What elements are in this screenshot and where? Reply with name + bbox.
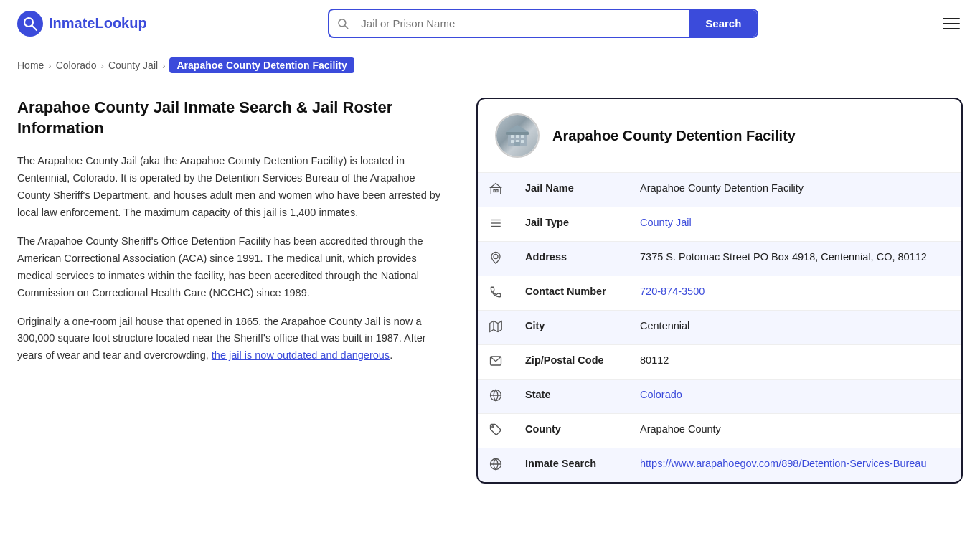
table-row: Jail TypeCounty Jail bbox=[478, 207, 961, 242]
svg-point-0 bbox=[24, 18, 33, 27]
svg-rect-13 bbox=[514, 142, 520, 146]
row-icon bbox=[478, 380, 514, 414]
hamburger-menu-button[interactable] bbox=[940, 15, 963, 32]
description-para-3: Originally a one-room jail house that op… bbox=[17, 314, 448, 365]
svg-marker-12 bbox=[506, 125, 529, 132]
row-value-link[interactable]: https://www.arapahoegov.com/898/Detentio… bbox=[640, 458, 927, 469]
main-content: Arapahoe County Jail Inmate Search & Jai… bbox=[0, 83, 980, 512]
svg-rect-11 bbox=[521, 140, 524, 143]
para3-text-after: . bbox=[390, 349, 392, 361]
card-header: Arapahoe County Detention Facility bbox=[478, 99, 961, 173]
table-row: Address7375 S. Potomac Street PO Box 491… bbox=[478, 242, 961, 276]
svg-point-28 bbox=[492, 426, 494, 428]
svg-point-21 bbox=[494, 255, 498, 259]
logo-icon bbox=[17, 11, 43, 37]
table-row: CountyArapahoe County bbox=[478, 414, 961, 448]
row-icon bbox=[478, 414, 514, 448]
row-label: Zip/Postal Code bbox=[514, 345, 628, 380]
row-label: Inmate Search bbox=[514, 448, 628, 483]
row-value[interactable]: https://www.arapahoegov.com/898/Detentio… bbox=[628, 448, 961, 483]
row-value-link[interactable]: County Jail bbox=[640, 217, 692, 228]
row-value-link[interactable]: Colorado bbox=[640, 389, 682, 400]
facility-card: Arapahoe County Detention Facility Jail … bbox=[476, 98, 963, 484]
row-value: Centennial bbox=[628, 311, 961, 345]
card-title: Arapahoe County Detention Facility bbox=[552, 128, 796, 144]
page-heading: Arapahoe County Jail Inmate Search & Jai… bbox=[17, 98, 448, 138]
row-icon bbox=[478, 207, 514, 242]
search-icon-wrap bbox=[329, 17, 357, 30]
svg-rect-16 bbox=[494, 190, 495, 192]
row-icon bbox=[478, 345, 514, 380]
row-label: State bbox=[514, 380, 628, 414]
search-wrap: Search bbox=[328, 9, 758, 38]
menu-line-2 bbox=[943, 23, 960, 24]
table-row: Inmate Searchhttps://www.arapahoegov.com… bbox=[478, 448, 961, 483]
breadcrumb-state[interactable]: Colorado bbox=[56, 60, 97, 71]
table-row: Contact Number720-874-3500 bbox=[478, 276, 961, 311]
menu-line-1 bbox=[943, 18, 960, 19]
svg-rect-14 bbox=[491, 188, 501, 194]
row-icon bbox=[478, 448, 514, 483]
search-button[interactable]: Search bbox=[689, 10, 757, 37]
row-icon bbox=[478, 276, 514, 311]
svg-marker-15 bbox=[491, 184, 501, 188]
logo-text: InmateLookup bbox=[49, 15, 147, 32]
description-para-2: The Arapahoe County Sheriff's Office Det… bbox=[17, 233, 448, 302]
svg-rect-5 bbox=[506, 132, 529, 135]
description-para-1: The Arapahoe County Jail (aka the Arapah… bbox=[17, 153, 448, 222]
row-value[interactable]: County Jail bbox=[628, 207, 961, 242]
breadcrumb-sep-3: › bbox=[162, 60, 165, 71]
para3-link[interactable]: the jail is now outdated and dangerous bbox=[212, 349, 390, 361]
right-column: Arapahoe County Detention Facility Jail … bbox=[476, 98, 963, 484]
search-area: Search bbox=[328, 9, 758, 38]
breadcrumb-sep-2: › bbox=[101, 60, 104, 71]
facility-image bbox=[495, 113, 540, 158]
breadcrumb: Home › Colorado › County Jail › Arapahoe… bbox=[0, 47, 980, 83]
svg-line-3 bbox=[345, 25, 348, 28]
row-value[interactable]: 720-874-3500 bbox=[628, 276, 961, 311]
row-value: Arapahoe County bbox=[628, 414, 961, 448]
svg-rect-6 bbox=[511, 135, 514, 138]
left-column: Arapahoe County Jail Inmate Search & Jai… bbox=[17, 98, 476, 484]
row-label: Address bbox=[514, 242, 628, 276]
svg-rect-7 bbox=[516, 135, 519, 138]
building-icon bbox=[504, 122, 531, 149]
row-label: City bbox=[514, 311, 628, 345]
row-value: 80112 bbox=[628, 345, 961, 380]
row-label: Jail Type bbox=[514, 207, 628, 242]
svg-marker-22 bbox=[490, 321, 502, 332]
table-row: Zip/Postal Code80112 bbox=[478, 345, 961, 380]
svg-rect-17 bbox=[496, 190, 498, 192]
svg-line-1 bbox=[32, 26, 37, 30]
row-label: Jail Name bbox=[514, 173, 628, 207]
site-header: InmateLookup Search bbox=[0, 0, 980, 47]
svg-rect-8 bbox=[521, 135, 524, 138]
row-value[interactable]: Colorado bbox=[628, 380, 961, 414]
breadcrumb-active: Arapahoe County Detention Facility bbox=[169, 57, 354, 73]
table-row: Jail NameArapahoe County Detention Facil… bbox=[478, 173, 961, 207]
row-value-link[interactable]: 720-874-3500 bbox=[640, 286, 705, 297]
row-icon bbox=[478, 173, 514, 207]
menu-line-3 bbox=[943, 28, 960, 29]
row-label: County bbox=[514, 414, 628, 448]
row-value: 7375 S. Potomac Street PO Box 4918, Cent… bbox=[628, 242, 961, 276]
breadcrumb-sep-1: › bbox=[48, 60, 51, 71]
row-label: Contact Number bbox=[514, 276, 628, 311]
breadcrumb-type[interactable]: County Jail bbox=[108, 60, 158, 71]
search-input[interactable] bbox=[357, 10, 689, 37]
row-icon bbox=[478, 242, 514, 276]
search-icon bbox=[336, 17, 349, 30]
row-icon bbox=[478, 311, 514, 345]
facility-image-inner bbox=[496, 115, 538, 156]
table-row: StateColorado bbox=[478, 380, 961, 414]
info-table: Jail NameArapahoe County Detention Facil… bbox=[478, 173, 961, 482]
svg-rect-9 bbox=[511, 140, 514, 143]
logo-link[interactable]: InmateLookup bbox=[17, 11, 147, 37]
table-row: CityCentennial bbox=[478, 311, 961, 345]
breadcrumb-home[interactable]: Home bbox=[17, 60, 44, 71]
row-value: Arapahoe County Detention Facility bbox=[628, 173, 961, 207]
